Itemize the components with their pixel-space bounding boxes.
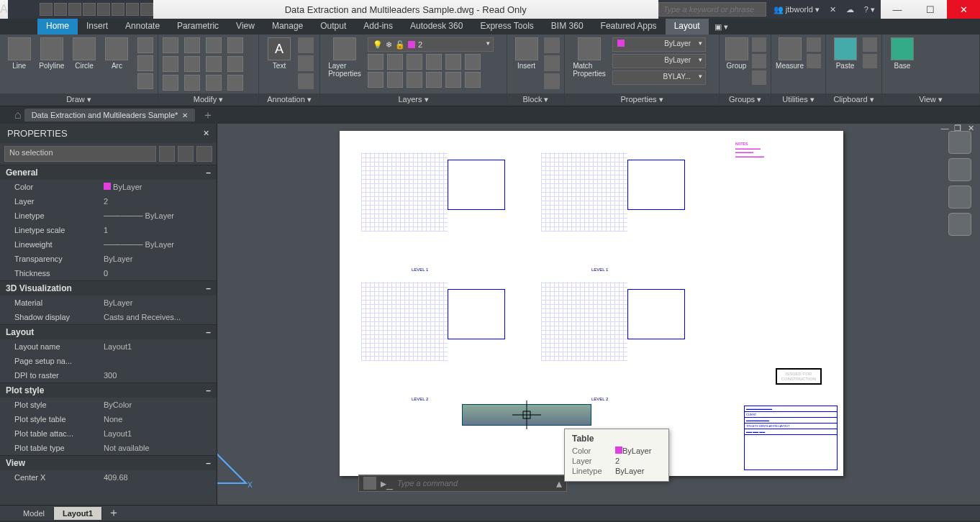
- panel-utilities[interactable]: Utilities ▾: [771, 93, 825, 106]
- props-category[interactable]: 3D Visualization–: [0, 280, 217, 296]
- edit-block-icon[interactable]: [544, 55, 560, 71]
- panel-clipboard[interactable]: Clipboard ▾: [826, 93, 881, 106]
- doctabs-home-icon[interactable]: ⌂: [14, 109, 22, 122]
- laylck-icon[interactable]: [426, 54, 442, 70]
- properties-close-icon[interactable]: ✕: [203, 129, 209, 138]
- leader-icon[interactable]: [298, 55, 314, 71]
- props-row[interactable]: Lineweight─────── ByLayer: [0, 237, 217, 252]
- layoff-icon[interactable]: [407, 54, 422, 70]
- app-logo[interactable]: A: [0, 3, 8, 16]
- layulk-icon[interactable]: [407, 72, 422, 88]
- qat-open-icon[interactable]: [54, 3, 67, 16]
- base-button[interactable]: Base: [886, 37, 918, 70]
- laymrg-icon[interactable]: [465, 72, 481, 88]
- panel-draw[interactable]: Draw ▾: [0, 93, 158, 106]
- props-row[interactable]: Thickness0: [0, 266, 217, 280]
- mirror-icon[interactable]: [184, 56, 200, 72]
- command-line[interactable]: ▸_ ▴: [358, 475, 567, 492]
- ungroup-icon[interactable]: [752, 37, 766, 52]
- infocenter-search[interactable]: [658, 2, 766, 17]
- navwheel-icon[interactable]: [948, 131, 971, 154]
- draw-ext2[interactable]: [137, 55, 153, 71]
- props-row[interactable]: Layer2: [0, 194, 217, 209]
- panel-view[interactable]: View ▾: [882, 93, 979, 106]
- tab-annotate[interactable]: Annotate: [117, 19, 168, 35]
- collapse-icon[interactable]: –: [206, 458, 211, 468]
- props-row[interactable]: Page setup na...: [0, 354, 217, 368]
- rotate-icon[interactable]: [184, 37, 200, 53]
- qat-saveas-icon[interactable]: [83, 3, 96, 16]
- tab-layout[interactable]: Layout: [666, 19, 709, 35]
- laydel-icon[interactable]: [445, 72, 461, 88]
- color-combo[interactable]: ByLayer: [612, 37, 706, 52]
- props-row[interactable]: Plot style tableNone: [0, 412, 217, 426]
- tab-expresstools[interactable]: Express Tools: [471, 19, 542, 35]
- ribbon-options-icon[interactable]: ▣ ▾: [714, 22, 728, 32]
- qat-new-icon[interactable]: [40, 3, 53, 16]
- props-row[interactable]: Plot table attac...Layout1: [0, 426, 217, 441]
- pan-icon[interactable]: [948, 158, 971, 181]
- tab-featuredapps[interactable]: Featured Apps: [592, 19, 666, 35]
- signin-user[interactable]: 👥 jtbworld ▾: [771, 5, 822, 14]
- line-button[interactable]: Line: [4, 37, 34, 70]
- layon-icon[interactable]: [426, 72, 442, 88]
- quickselect-icon[interactable]: [159, 146, 175, 162]
- groupedit-icon[interactable]: [752, 54, 766, 68]
- scale-icon[interactable]: [184, 75, 200, 91]
- layer-properties-button[interactable]: Layer Properties: [325, 37, 365, 78]
- tab-layout1[interactable]: Layout1: [54, 507, 102, 520]
- doctab-close-icon[interactable]: ✕: [182, 111, 188, 119]
- pickadd-icon[interactable]: [178, 146, 194, 162]
- help-icon[interactable]: ? ▾: [861, 5, 878, 14]
- collapse-icon[interactable]: –: [206, 385, 211, 395]
- fillet-icon[interactable]: [206, 56, 222, 72]
- props-row[interactable]: MaterialByLayer: [0, 296, 217, 310]
- laymch-icon[interactable]: [465, 54, 481, 70]
- collapse-icon[interactable]: –: [206, 327, 211, 337]
- qat-plot-icon[interactable]: [97, 3, 110, 16]
- cmd-options-icon[interactable]: ▴: [556, 477, 562, 490]
- props-category[interactable]: General–: [0, 165, 217, 180]
- layfrz-icon[interactable]: [387, 54, 403, 70]
- cut-icon[interactable]: [863, 37, 877, 52]
- util-1-icon[interactable]: [807, 37, 821, 52]
- props-row[interactable]: Center X409.68: [0, 470, 217, 485]
- qat-undo-icon[interactable]: [112, 3, 124, 16]
- arc-button[interactable]: Arc: [102, 37, 132, 70]
- props-row[interactable]: DPI to raster300: [0, 368, 217, 383]
- props-row[interactable]: Plot styleByColor: [0, 398, 217, 412]
- erase-icon[interactable]: [227, 37, 243, 53]
- properties-list[interactable]: General–Color ByLayerLayer2Linetype─────…: [0, 165, 217, 505]
- exchange-icon[interactable]: ✕: [827, 5, 839, 14]
- copy-clip-icon[interactable]: [863, 54, 877, 68]
- dim-icon[interactable]: [298, 37, 314, 53]
- lineweight-combo[interactable]: BYLAY...: [612, 70, 706, 85]
- cmd-history-icon[interactable]: [363, 477, 376, 490]
- cloud-icon[interactable]: ☁: [843, 5, 857, 14]
- measure-button[interactable]: Measure: [776, 37, 804, 70]
- collapse-icon[interactable]: –: [206, 283, 211, 293]
- laymcur-icon[interactable]: [445, 54, 461, 70]
- command-input[interactable]: [397, 479, 552, 487]
- panel-properties[interactable]: Properties ▾: [565, 93, 719, 106]
- props-row[interactable]: TransparencyByLayer: [0, 252, 217, 266]
- qat-save-icon[interactable]: [68, 3, 81, 16]
- props-row[interactable]: Linetype─────── ByLayer: [0, 209, 217, 223]
- tab-model[interactable]: Model: [14, 507, 54, 520]
- array-icon[interactable]: [206, 75, 222, 91]
- tab-insert[interactable]: Insert: [78, 19, 117, 35]
- circle-button[interactable]: Circle: [70, 37, 99, 70]
- layun-icon[interactable]: [368, 72, 384, 88]
- window-maximize[interactable]: ☐: [914, 0, 947, 19]
- document-tab[interactable]: Data Extraction and Multileaders Sample*…: [24, 109, 196, 122]
- tab-parametric[interactable]: Parametric: [168, 19, 227, 35]
- window-minimize[interactable]: —: [881, 0, 914, 19]
- tab-bim360[interactable]: BIM 360: [543, 19, 592, 35]
- linetype-combo[interactable]: ByLayer: [612, 54, 706, 68]
- panel-layers[interactable]: Layers ▾: [320, 93, 507, 106]
- create-block-icon[interactable]: [544, 37, 560, 53]
- text-button[interactable]: AText: [263, 37, 295, 70]
- laythw-icon[interactable]: [387, 72, 403, 88]
- table-icon[interactable]: [298, 73, 314, 89]
- panel-annotation[interactable]: Annotation ▾: [259, 93, 319, 106]
